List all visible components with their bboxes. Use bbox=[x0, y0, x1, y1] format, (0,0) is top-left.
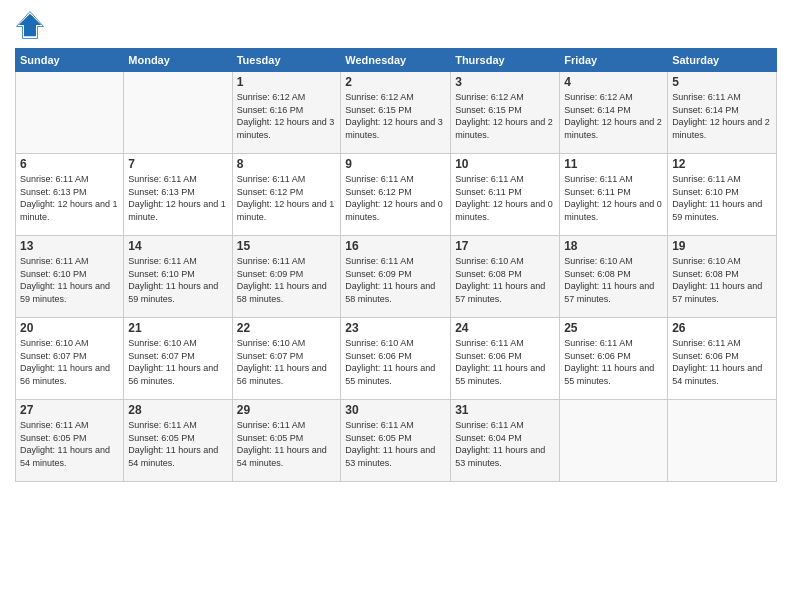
day-info: Sunrise: 6:11 AMSunset: 6:05 PMDaylight:… bbox=[128, 419, 227, 469]
calendar-cell: 16Sunrise: 6:11 AMSunset: 6:09 PMDayligh… bbox=[341, 236, 451, 318]
day-number: 18 bbox=[564, 239, 663, 253]
col-thursday: Thursday bbox=[451, 49, 560, 72]
day-info: Sunrise: 6:11 AMSunset: 6:09 PMDaylight:… bbox=[345, 255, 446, 305]
day-info: Sunrise: 6:10 AMSunset: 6:08 PMDaylight:… bbox=[455, 255, 555, 305]
day-info: Sunrise: 6:11 AMSunset: 6:06 PMDaylight:… bbox=[564, 337, 663, 387]
day-info: Sunrise: 6:11 AMSunset: 6:04 PMDaylight:… bbox=[455, 419, 555, 469]
day-info: Sunrise: 6:11 AMSunset: 6:05 PMDaylight:… bbox=[20, 419, 119, 469]
calendar-cell: 12Sunrise: 6:11 AMSunset: 6:10 PMDayligh… bbox=[668, 154, 777, 236]
calendar-cell: 3Sunrise: 6:12 AMSunset: 6:15 PMDaylight… bbox=[451, 72, 560, 154]
calendar-cell: 28Sunrise: 6:11 AMSunset: 6:05 PMDayligh… bbox=[124, 400, 232, 482]
day-info: Sunrise: 6:10 AMSunset: 6:08 PMDaylight:… bbox=[564, 255, 663, 305]
calendar-cell: 17Sunrise: 6:10 AMSunset: 6:08 PMDayligh… bbox=[451, 236, 560, 318]
calendar-cell: 1Sunrise: 6:12 AMSunset: 6:16 PMDaylight… bbox=[232, 72, 341, 154]
col-sunday: Sunday bbox=[16, 49, 124, 72]
page: Sunday Monday Tuesday Wednesday Thursday… bbox=[0, 0, 792, 612]
day-number: 29 bbox=[237, 403, 337, 417]
calendar-cell: 27Sunrise: 6:11 AMSunset: 6:05 PMDayligh… bbox=[16, 400, 124, 482]
day-number: 7 bbox=[128, 157, 227, 171]
day-number: 30 bbox=[345, 403, 446, 417]
col-saturday: Saturday bbox=[668, 49, 777, 72]
day-number: 26 bbox=[672, 321, 772, 335]
day-number: 14 bbox=[128, 239, 227, 253]
calendar-cell: 2Sunrise: 6:12 AMSunset: 6:15 PMDaylight… bbox=[341, 72, 451, 154]
day-info: Sunrise: 6:11 AMSunset: 6:11 PMDaylight:… bbox=[455, 173, 555, 223]
day-number: 25 bbox=[564, 321, 663, 335]
calendar-cell: 23Sunrise: 6:10 AMSunset: 6:06 PMDayligh… bbox=[341, 318, 451, 400]
day-info: Sunrise: 6:10 AMSunset: 6:07 PMDaylight:… bbox=[20, 337, 119, 387]
day-number: 3 bbox=[455, 75, 555, 89]
day-info: Sunrise: 6:11 AMSunset: 6:06 PMDaylight:… bbox=[672, 337, 772, 387]
calendar-cell: 31Sunrise: 6:11 AMSunset: 6:04 PMDayligh… bbox=[451, 400, 560, 482]
day-number: 13 bbox=[20, 239, 119, 253]
calendar-week-2: 6Sunrise: 6:11 AMSunset: 6:13 PMDaylight… bbox=[16, 154, 777, 236]
calendar-cell: 20Sunrise: 6:10 AMSunset: 6:07 PMDayligh… bbox=[16, 318, 124, 400]
day-info: Sunrise: 6:11 AMSunset: 6:10 PMDaylight:… bbox=[20, 255, 119, 305]
logo bbox=[15, 10, 49, 40]
calendar-cell: 21Sunrise: 6:10 AMSunset: 6:07 PMDayligh… bbox=[124, 318, 232, 400]
col-wednesday: Wednesday bbox=[341, 49, 451, 72]
day-number: 1 bbox=[237, 75, 337, 89]
calendar-cell: 8Sunrise: 6:11 AMSunset: 6:12 PMDaylight… bbox=[232, 154, 341, 236]
header bbox=[15, 10, 777, 40]
calendar-cell: 15Sunrise: 6:11 AMSunset: 6:09 PMDayligh… bbox=[232, 236, 341, 318]
day-info: Sunrise: 6:11 AMSunset: 6:13 PMDaylight:… bbox=[20, 173, 119, 223]
calendar-cell bbox=[16, 72, 124, 154]
day-info: Sunrise: 6:11 AMSunset: 6:12 PMDaylight:… bbox=[345, 173, 446, 223]
day-info: Sunrise: 6:10 AMSunset: 6:07 PMDaylight:… bbox=[237, 337, 337, 387]
day-number: 15 bbox=[237, 239, 337, 253]
calendar-cell bbox=[668, 400, 777, 482]
calendar-cell: 22Sunrise: 6:10 AMSunset: 6:07 PMDayligh… bbox=[232, 318, 341, 400]
day-number: 20 bbox=[20, 321, 119, 335]
calendar-week-3: 13Sunrise: 6:11 AMSunset: 6:10 PMDayligh… bbox=[16, 236, 777, 318]
calendar-cell: 4Sunrise: 6:12 AMSunset: 6:14 PMDaylight… bbox=[560, 72, 668, 154]
calendar-cell: 14Sunrise: 6:11 AMSunset: 6:10 PMDayligh… bbox=[124, 236, 232, 318]
day-info: Sunrise: 6:12 AMSunset: 6:15 PMDaylight:… bbox=[455, 91, 555, 141]
calendar-cell bbox=[560, 400, 668, 482]
day-number: 11 bbox=[564, 157, 663, 171]
day-number: 27 bbox=[20, 403, 119, 417]
calendar-cell: 18Sunrise: 6:10 AMSunset: 6:08 PMDayligh… bbox=[560, 236, 668, 318]
day-number: 10 bbox=[455, 157, 555, 171]
calendar-cell: 25Sunrise: 6:11 AMSunset: 6:06 PMDayligh… bbox=[560, 318, 668, 400]
day-number: 12 bbox=[672, 157, 772, 171]
calendar-cell: 5Sunrise: 6:11 AMSunset: 6:14 PMDaylight… bbox=[668, 72, 777, 154]
calendar-cell: 24Sunrise: 6:11 AMSunset: 6:06 PMDayligh… bbox=[451, 318, 560, 400]
day-number: 22 bbox=[237, 321, 337, 335]
day-info: Sunrise: 6:11 AMSunset: 6:10 PMDaylight:… bbox=[672, 173, 772, 223]
calendar-cell: 7Sunrise: 6:11 AMSunset: 6:13 PMDaylight… bbox=[124, 154, 232, 236]
calendar-cell: 19Sunrise: 6:10 AMSunset: 6:08 PMDayligh… bbox=[668, 236, 777, 318]
day-info: Sunrise: 6:10 AMSunset: 6:08 PMDaylight:… bbox=[672, 255, 772, 305]
calendar-cell: 30Sunrise: 6:11 AMSunset: 6:05 PMDayligh… bbox=[341, 400, 451, 482]
calendar-cell: 13Sunrise: 6:11 AMSunset: 6:10 PMDayligh… bbox=[16, 236, 124, 318]
calendar-cell bbox=[124, 72, 232, 154]
day-number: 9 bbox=[345, 157, 446, 171]
day-info: Sunrise: 6:11 AMSunset: 6:10 PMDaylight:… bbox=[128, 255, 227, 305]
day-number: 17 bbox=[455, 239, 555, 253]
day-number: 21 bbox=[128, 321, 227, 335]
day-number: 16 bbox=[345, 239, 446, 253]
logo-icon bbox=[15, 10, 45, 40]
calendar-cell: 9Sunrise: 6:11 AMSunset: 6:12 PMDaylight… bbox=[341, 154, 451, 236]
calendar-cell: 11Sunrise: 6:11 AMSunset: 6:11 PMDayligh… bbox=[560, 154, 668, 236]
day-info: Sunrise: 6:11 AMSunset: 6:09 PMDaylight:… bbox=[237, 255, 337, 305]
calendar-cell: 29Sunrise: 6:11 AMSunset: 6:05 PMDayligh… bbox=[232, 400, 341, 482]
calendar-cell: 10Sunrise: 6:11 AMSunset: 6:11 PMDayligh… bbox=[451, 154, 560, 236]
day-number: 31 bbox=[455, 403, 555, 417]
day-info: Sunrise: 6:11 AMSunset: 6:05 PMDaylight:… bbox=[237, 419, 337, 469]
calendar-header-row: Sunday Monday Tuesday Wednesday Thursday… bbox=[16, 49, 777, 72]
day-number: 24 bbox=[455, 321, 555, 335]
calendar-week-1: 1Sunrise: 6:12 AMSunset: 6:16 PMDaylight… bbox=[16, 72, 777, 154]
day-number: 8 bbox=[237, 157, 337, 171]
col-friday: Friday bbox=[560, 49, 668, 72]
day-info: Sunrise: 6:11 AMSunset: 6:14 PMDaylight:… bbox=[672, 91, 772, 141]
day-number: 19 bbox=[672, 239, 772, 253]
day-info: Sunrise: 6:11 AMSunset: 6:11 PMDaylight:… bbox=[564, 173, 663, 223]
col-tuesday: Tuesday bbox=[232, 49, 341, 72]
calendar-week-4: 20Sunrise: 6:10 AMSunset: 6:07 PMDayligh… bbox=[16, 318, 777, 400]
day-info: Sunrise: 6:11 AMSunset: 6:05 PMDaylight:… bbox=[345, 419, 446, 469]
day-number: 4 bbox=[564, 75, 663, 89]
day-info: Sunrise: 6:11 AMSunset: 6:12 PMDaylight:… bbox=[237, 173, 337, 223]
col-monday: Monday bbox=[124, 49, 232, 72]
day-number: 23 bbox=[345, 321, 446, 335]
